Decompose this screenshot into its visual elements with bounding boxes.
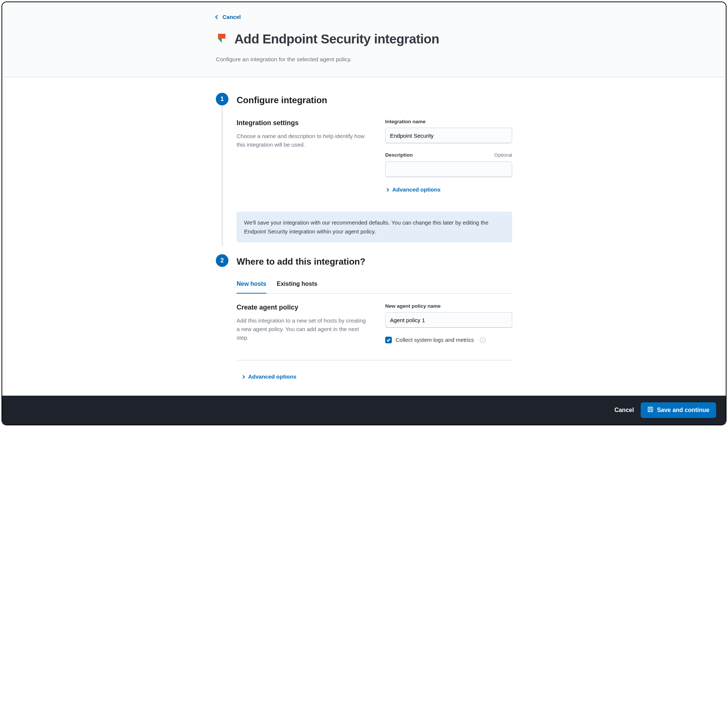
- chevron-left-icon: [215, 15, 219, 19]
- page-title: Add Endpoint Security integration: [234, 29, 439, 49]
- back-cancel-link[interactable]: Cancel: [216, 13, 241, 21]
- advanced-options-label-2: Advanced options: [248, 373, 297, 381]
- integration-settings-desc: Choose a name and description to help id…: [237, 132, 370, 149]
- save-button-label: Save and continue: [657, 407, 710, 413]
- chevron-right-icon: [385, 188, 389, 192]
- cancel-button[interactable]: Cancel: [614, 407, 634, 413]
- save-icon: [647, 406, 653, 414]
- description-input[interactable]: [385, 162, 512, 177]
- create-agent-policy-desc: Add this integration to a new set of hos…: [237, 316, 370, 342]
- host-tabs: New hosts Existing hosts: [237, 279, 512, 294]
- advanced-options-toggle-1[interactable]: Advanced options: [385, 186, 440, 194]
- step-1-title: Configure integration: [237, 93, 512, 107]
- collect-logs-label: Collect system logs and metrics: [396, 336, 474, 345]
- agent-policy-name-input[interactable]: [385, 312, 512, 328]
- page-subtitle: Configure an integration for the selecte…: [216, 55, 512, 64]
- step-number-1: 1: [216, 93, 228, 105]
- advanced-options-label-1: Advanced options: [392, 186, 440, 194]
- endpoint-security-icon: [216, 34, 228, 45]
- step-connector: [222, 105, 222, 246]
- info-icon[interactable]: i: [480, 337, 485, 343]
- collect-logs-checkbox[interactable]: [385, 337, 392, 343]
- svg-rect-1: [649, 407, 652, 409]
- recommended-defaults-callout: We'll save your integration with our rec…: [237, 212, 512, 243]
- save-and-continue-button[interactable]: Save and continue: [641, 402, 716, 418]
- tab-new-hosts[interactable]: New hosts: [237, 279, 266, 294]
- description-optional: Optional: [494, 151, 512, 159]
- step-number-2: 2: [216, 254, 228, 267]
- advanced-options-toggle-2[interactable]: Advanced options: [241, 373, 297, 381]
- svg-rect-0: [648, 407, 652, 412]
- chevron-right-icon: [242, 375, 245, 378]
- svg-rect-2: [649, 410, 652, 412]
- agent-policy-name-label: New agent policy name: [385, 302, 440, 310]
- description-label: Description: [385, 151, 413, 159]
- step-2: 2 Where to add this integration? New hos…: [216, 254, 512, 381]
- integration-name-input[interactable]: [385, 128, 512, 143]
- footer-bar: Cancel Save and continue: [2, 396, 726, 425]
- step-1: 1 Configure integration Integration sett…: [216, 93, 512, 243]
- back-label: Cancel: [222, 13, 241, 21]
- create-agent-policy-heading: Create agent policy: [237, 302, 370, 313]
- integration-name-label: Integration name: [385, 118, 426, 125]
- step-2-title: Where to add this integration?: [237, 254, 512, 268]
- tab-existing-hosts[interactable]: Existing hosts: [277, 279, 317, 294]
- integration-settings-heading: Integration settings: [237, 118, 370, 128]
- divider: [237, 360, 512, 360]
